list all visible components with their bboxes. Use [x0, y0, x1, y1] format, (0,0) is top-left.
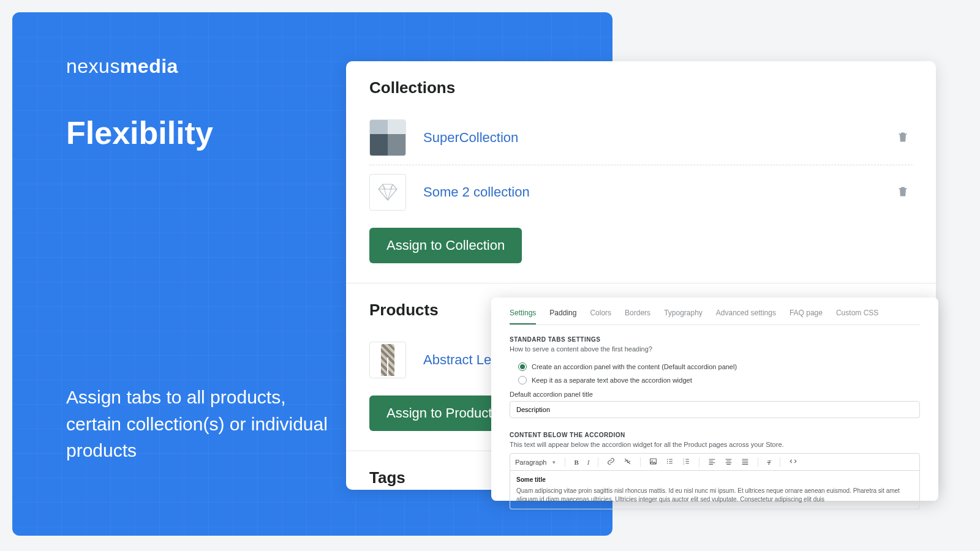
content-below-label: CONTENT BELOW THE ACCORDION	[510, 432, 920, 438]
unlink-button[interactable]	[622, 457, 633, 467]
hero-subtitle: Assign tabs to all products, certain col…	[66, 384, 330, 464]
unlink-icon	[624, 457, 631, 465]
assign-to-product-button[interactable]: Assign to Product	[369, 395, 509, 431]
image-icon	[649, 457, 657, 465]
editor-content-body: Quam adipiscing vitae proin sagittis nis…	[516, 487, 913, 504]
radio-icon	[518, 376, 527, 384]
settings-card: Settings Padding Colors Borders Typograp…	[491, 298, 938, 501]
numbered-list-button[interactable]: 123	[680, 457, 692, 467]
collection-link[interactable]: Some 2 collection	[423, 184, 876, 200]
toolbar-separator	[565, 457, 565, 467]
radio-icon	[518, 362, 527, 371]
align-justify-icon	[741, 457, 749, 465]
landscape-icon	[370, 120, 405, 156]
brand-light: nexus	[66, 55, 120, 77]
numbered-list-icon: 123	[682, 457, 690, 465]
tab-typography[interactable]: Typography	[664, 305, 703, 324]
toolbar-separator	[640, 457, 641, 467]
align-center-icon	[725, 457, 733, 465]
tab-padding[interactable]: Padding	[549, 305, 576, 324]
toolbar-separator	[758, 457, 758, 467]
clear-format-button[interactable]: T	[765, 458, 772, 467]
code-view-button[interactable]	[787, 457, 799, 467]
collection-thumb	[369, 174, 406, 211]
italic-button[interactable]: I	[586, 458, 592, 467]
radio-label: Create an accordion panel with the conte…	[532, 363, 737, 370]
align-left-button[interactable]	[706, 457, 718, 467]
radio-label: Keep it as a separate text above the acc…	[532, 377, 692, 384]
default-title-label: Default accordion panel title	[510, 391, 920, 398]
collections-heading: Collections	[369, 78, 913, 97]
toolbar-separator	[780, 457, 780, 467]
link-button[interactable]	[605, 457, 617, 467]
align-justify-button[interactable]	[739, 457, 751, 467]
toolbar-separator	[699, 457, 699, 467]
trash-icon	[897, 184, 909, 199]
collection-row: Some 2 collection	[369, 165, 913, 219]
tab-custom-css[interactable]: Custom CSS	[836, 305, 878, 324]
radio-option-accordion[interactable]: Create an accordion panel with the conte…	[518, 362, 920, 371]
tab-settings[interactable]: Settings	[510, 305, 536, 324]
rich-text-toolbar: Paragraph ▾ B I 123	[510, 453, 920, 471]
svg-point-1	[652, 460, 653, 462]
tab-colors[interactable]: Colors	[590, 305, 611, 324]
bullet-list-button[interactable]	[664, 457, 676, 467]
image-button[interactable]	[647, 457, 659, 467]
svg-text:3: 3	[683, 463, 684, 465]
delete-collection-button[interactable]	[893, 126, 913, 150]
content-above-radio-group: Create an accordion panel with the conte…	[518, 362, 920, 384]
code-icon	[789, 457, 797, 465]
standard-tabs-settings-label: STANDARD TABS SETTINGS	[510, 336, 920, 343]
bold-button[interactable]: B	[572, 458, 580, 467]
link-icon	[607, 457, 615, 465]
align-left-icon	[708, 457, 716, 465]
settings-tabs: Settings Padding Colors Borders Typograp…	[510, 305, 920, 325]
svg-point-3	[667, 461, 668, 462]
tab-borders[interactable]: Borders	[625, 305, 650, 324]
chevron-down-icon: ▾	[552, 459, 556, 465]
diamond-icon	[375, 183, 400, 201]
tab-faq[interactable]: FAQ page	[790, 305, 823, 324]
collection-link[interactable]: SuperCollection	[423, 130, 876, 146]
collection-row: SuperCollection	[369, 111, 913, 165]
svg-point-4	[667, 463, 668, 464]
align-center-button[interactable]	[723, 457, 734, 467]
bullet-list-icon	[666, 457, 674, 465]
leggings-icon	[381, 344, 394, 376]
trash-icon	[897, 130, 909, 144]
clear-format-icon: T	[767, 459, 771, 466]
editor-content-title: Some title	[516, 476, 913, 484]
toolbar-separator	[598, 457, 598, 467]
svg-point-2	[667, 459, 668, 460]
paragraph-label: Paragraph	[515, 459, 546, 466]
collections-section: Collections SuperCollection Some 2 colle…	[346, 61, 936, 283]
delete-collection-button[interactable]	[893, 181, 913, 204]
brand-bold: media	[120, 55, 178, 77]
content-below-help-text: This text will appear below the accordio…	[510, 441, 920, 448]
assign-to-collection-button[interactable]: Assign to Collection	[369, 228, 522, 263]
collection-thumb	[369, 119, 406, 156]
product-thumb	[369, 342, 406, 378]
radio-option-separate[interactable]: Keep it as a separate text above the acc…	[518, 376, 920, 384]
tab-advanced[interactable]: Advanced settings	[716, 305, 776, 324]
paragraph-style-select[interactable]: Paragraph ▾	[515, 459, 558, 466]
rich-text-editor[interactable]: Some title Quam adipiscing vitae proin s…	[510, 471, 920, 509]
standard-tabs-help-text: How to serve a content above the first h…	[510, 345, 920, 353]
default-accordion-title-input[interactable]	[510, 401, 920, 418]
